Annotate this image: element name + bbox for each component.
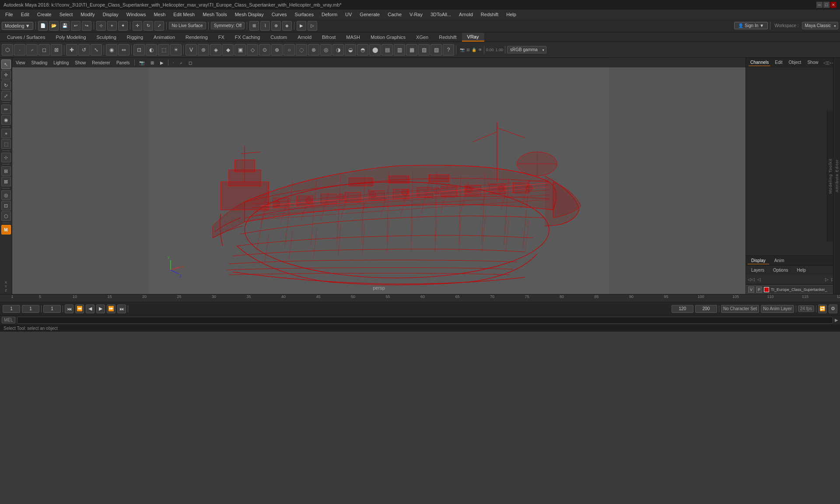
render-btn[interactable]: ▶	[297, 21, 306, 31]
vp-menu-renderer[interactable]: Renderer	[90, 60, 112, 66]
menu-edit[interactable]: Edit	[18, 11, 33, 18]
icon-vray9[interactable]: ○	[284, 44, 295, 56]
menu-display[interactable]: Display	[99, 11, 122, 18]
snap-point-btn[interactable]: ⊕	[271, 21, 281, 31]
goto-start-btn[interactable]: ⏮	[65, 304, 74, 313]
icon-vray8[interactable]: ⊕	[271, 44, 283, 56]
play-back-btn[interactable]: ◀	[86, 304, 94, 313]
icon-vray3[interactable]: ◈	[210, 44, 221, 56]
vp-sel-vert[interactable]: ·	[171, 60, 176, 66]
marquee-btn[interactable]: ⬚	[1, 139, 11, 149]
layer-step-next-btn[interactable]: ▷	[823, 276, 830, 283]
menu-mesh-tools[interactable]: Mesh Tools	[199, 11, 230, 18]
menu-surfaces[interactable]: Surfaces	[291, 11, 317, 18]
tab-display[interactable]: Display	[748, 257, 769, 264]
menu-3dtoall[interactable]: 3DToAll...	[427, 11, 455, 18]
menu-windows[interactable]: Windows	[123, 11, 150, 18]
tab-edit[interactable]: Edit	[773, 59, 784, 66]
vp-menu-show[interactable]: Show	[73, 60, 88, 66]
close-button[interactable]: ✕	[830, 2, 836, 8]
measure-btn[interactable]: ⊹	[1, 153, 11, 162]
layer-visibility-btn[interactable]: V	[748, 287, 754, 293]
icon-vray18[interactable]: ▥	[394, 44, 405, 56]
snap-grid-btn[interactable]: ⊞	[249, 21, 259, 31]
icon-wireframe[interactable]: ⊡	[133, 44, 145, 56]
icon-vray2[interactable]: ⊛	[198, 44, 209, 56]
isolate-select-btn[interactable]: ◎	[1, 190, 11, 200]
vp-grid-icon[interactable]: ⊞	[149, 60, 156, 66]
select-tool-btn[interactable]: ⊹	[96, 21, 106, 31]
vp-sel-edge[interactable]: ⌿	[178, 60, 184, 66]
icon-texture[interactable]: ⬚	[158, 44, 169, 56]
menu-cache[interactable]: Cache	[384, 11, 405, 18]
menu-modify[interactable]: Modify	[77, 11, 98, 18]
icon-vray16[interactable]: ⬤	[369, 44, 381, 56]
menu-curves[interactable]: Curves	[268, 11, 290, 18]
rotate-mode-btn[interactable]: ↻	[1, 80, 11, 90]
icon-symmetry[interactable]: ⇔	[118, 44, 130, 56]
icon-soft-select[interactable]: ◉	[106, 44, 117, 56]
snap-curve-btn[interactable]: ⌇	[260, 21, 270, 31]
step-forward-btn[interactable]: ⏩	[107, 304, 116, 313]
icon-component-vertex[interactable]: ·	[14, 44, 25, 56]
new-scene-btn[interactable]: 📄	[38, 21, 48, 31]
icon-vray17[interactable]: ▤	[382, 44, 393, 56]
layer-prev-btn[interactable]: ◁◁	[748, 276, 755, 283]
menu-mesh-display[interactable]: Mesh Display	[231, 11, 267, 18]
vp-menu-lighting[interactable]: Lighting	[52, 60, 70, 66]
show-manip-btn[interactable]: ⊞	[1, 166, 11, 176]
restore-button[interactable]: □	[823, 2, 830, 8]
menu-redshift[interactable]: Redshift	[477, 11, 502, 18]
snap-surface-btn[interactable]: ◈	[282, 21, 292, 31]
menu-file[interactable]: File	[2, 11, 17, 18]
icon-vray15[interactable]: ◓	[357, 44, 368, 56]
tab-fx[interactable]: FX	[213, 33, 230, 41]
icon-smooth-shade[interactable]: ◐	[146, 44, 157, 56]
gamma-dropdown[interactable]: sRGB gamma	[507, 46, 546, 53]
modeling-dropdown[interactable]: Modeling ▼	[2, 22, 33, 30]
layer-step-prev-btn[interactable]: ◁	[756, 276, 763, 283]
icon-vray5[interactable]: ▣	[234, 44, 246, 56]
icon-vray6[interactable]: ◇	[247, 44, 258, 56]
script-icon[interactable]: ▶	[835, 318, 838, 322]
tab-sculpting[interactable]: Sculpting	[91, 33, 122, 41]
tab-motion-graphics[interactable]: Motion Graphics	[365, 33, 411, 41]
icon-component-uv[interactable]: ⊠	[51, 44, 62, 56]
current-frame-input[interactable]	[22, 305, 39, 313]
frame-sel-btn[interactable]: ⊡	[1, 201, 11, 210]
tab-show[interactable]: Show	[805, 59, 820, 66]
tab-anim[interactable]: Anim	[771, 257, 788, 264]
tab-rendering[interactable]: Rendering	[180, 33, 213, 41]
tab-animation[interactable]: Animation	[148, 33, 180, 41]
menu-uv[interactable]: UV	[342, 11, 355, 18]
tab-vray[interactable]: VRay	[462, 33, 484, 42]
vp-show-icon[interactable]: ▶	[158, 60, 165, 66]
tab-help[interactable]: Help	[793, 267, 809, 273]
icon-vray1[interactable]: Ⅴ	[186, 44, 197, 56]
icon-transform-move[interactable]: ✚	[66, 44, 77, 56]
icon-vray21[interactable]: ▨	[430, 44, 442, 56]
move-mode-btn[interactable]: ✛	[1, 70, 11, 80]
icon-select-component[interactable]: ⬡	[2, 44, 13, 56]
menu-select[interactable]: Select	[56, 11, 77, 18]
save-scene-btn[interactable]: 💾	[60, 21, 70, 31]
paint-select-btn[interactable]: ✦	[118, 21, 128, 31]
soft-mod-btn[interactable]: ◉	[1, 115, 11, 125]
anim-prefs-btn[interactable]: ⚙	[829, 304, 837, 313]
undo-btn[interactable]: ↩	[71, 21, 80, 31]
sub-frame-input[interactable]	[43, 305, 61, 313]
vp-menu-view[interactable]: View	[14, 60, 27, 66]
menu-help[interactable]: Help	[503, 11, 520, 18]
icon-vray19[interactable]: ▦	[406, 44, 417, 56]
icon-vray10[interactable]: ◌	[296, 44, 307, 56]
tab-channels[interactable]: Channels	[749, 59, 770, 66]
lasso-tool-btn[interactable]: ⌖	[107, 21, 117, 31]
icon-component-edge[interactable]: ⌿	[26, 44, 38, 56]
rotate-tool-btn[interactable]: ↻	[144, 21, 153, 31]
menu-generate[interactable]: Generate	[356, 11, 383, 18]
icon-vray4[interactable]: ◆	[222, 44, 234, 56]
frame-all-btn[interactable]: ⬡	[1, 211, 11, 221]
play-forward-btn[interactable]: ▶	[96, 304, 105, 313]
workspace-dropdown[interactable]: Maya Classic	[802, 22, 838, 29]
open-scene-btn[interactable]: 📂	[49, 21, 59, 31]
